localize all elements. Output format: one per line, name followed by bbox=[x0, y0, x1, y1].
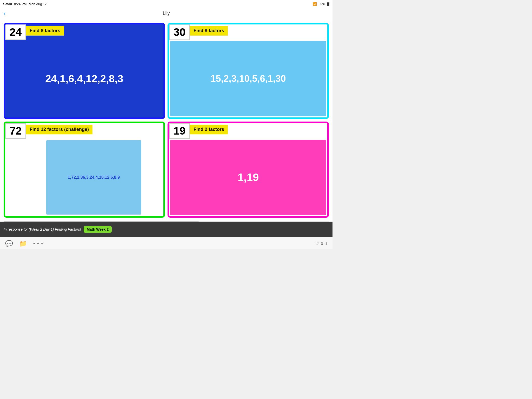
number-19: 19 bbox=[174, 125, 186, 137]
card-header-72: 72 Find 12 factors (challenge) bbox=[5, 123, 163, 139]
battery-icon: ▓ bbox=[327, 2, 329, 6]
answer-text-30: 15,2,3,10,5,6,1,30 bbox=[210, 73, 286, 84]
back-button[interactable]: ‹ bbox=[4, 10, 5, 17]
answer-area-19: 1,19 bbox=[170, 140, 326, 215]
card-grid: 24 Find 8 factors 24,1,6,4,12,2,8,3 30 F… bbox=[0, 19, 332, 221]
number-box-24: 24 bbox=[5, 24, 26, 40]
toolbar: 💬 📁 • • • ♡ 0 1 bbox=[0, 237, 332, 249]
answer-area-72: 1,72,2,36,3,24,4,18,12,6,8,9 bbox=[46, 140, 141, 215]
wifi-icon: 📶 bbox=[313, 2, 317, 6]
task-label-19: Find 2 factors bbox=[190, 125, 228, 134]
comment-icon[interactable]: 💬 bbox=[5, 240, 13, 247]
more-icon[interactable]: • • • bbox=[33, 241, 43, 246]
number-24: 24 bbox=[10, 26, 22, 38]
card-72: 72 Find 12 factors (challenge) 1,72,2,36… bbox=[4, 122, 165, 218]
bottom-bar: In response to: (Week 2 Day 1) Finding F… bbox=[0, 222, 332, 237]
status-left: Safari 8:24 PM Mon Aug 17 bbox=[3, 2, 47, 6]
number-72: 72 bbox=[10, 125, 22, 137]
date-label: Mon Aug 17 bbox=[29, 2, 46, 6]
status-bar: Safari 8:24 PM Mon Aug 17 📶 89% ▓ bbox=[0, 0, 332, 8]
answer-area-30: 15,2,3,10,5,6,1,30 bbox=[170, 41, 326, 116]
time-label: 8:24 PM bbox=[14, 2, 26, 6]
toolbar-left: 💬 📁 • • • bbox=[5, 240, 43, 247]
toolbar-right: ♡ 0 1 bbox=[315, 241, 327, 246]
heart-icon[interactable]: ♡ bbox=[315, 241, 319, 246]
folder-icon[interactable]: 📁 bbox=[19, 240, 27, 247]
status-right: 📶 89% ▓ bbox=[313, 2, 329, 6]
card-24: 24 Find 8 factors 24,1,6,4,12,2,8,3 bbox=[4, 23, 165, 119]
answer-text-19: 1,19 bbox=[238, 171, 259, 184]
answer-text-24: 24,1,6,4,12,2,8,3 bbox=[45, 73, 123, 85]
number-30: 30 bbox=[174, 26, 186, 38]
card-19: 19 Find 2 factors 1,19 bbox=[168, 122, 329, 218]
comment-count: 1 bbox=[325, 241, 327, 246]
nav-bar: ‹ Lily bbox=[0, 8, 332, 19]
bottom-bar-text: In response to: (Week 2 Day 1) Finding F… bbox=[4, 227, 81, 231]
number-box-72: 72 bbox=[5, 123, 26, 139]
card-30: 30 Find 8 factors 15,2,3,10,5,6,1,30 bbox=[168, 23, 329, 119]
card-header-19: 19 Find 2 factors bbox=[169, 123, 327, 139]
task-label-24: Find 8 factors bbox=[26, 26, 64, 36]
nav-title: Lily bbox=[163, 11, 170, 16]
task-label-72: Find 12 factors (challenge) bbox=[26, 125, 92, 134]
card-header-24: 24 Find 8 factors bbox=[5, 24, 163, 40]
number-box-19: 19 bbox=[169, 123, 190, 139]
answer-text-72: 1,72,2,36,3,24,4,18,12,6,8,9 bbox=[68, 175, 120, 180]
math-week-tag[interactable]: Math Week 2 bbox=[84, 226, 112, 233]
battery-label: 89% bbox=[318, 2, 325, 6]
answer-area-24: 24,1,6,4,12,2,8,3 bbox=[7, 42, 162, 116]
like-count: 0 bbox=[321, 241, 323, 246]
card-header-30: 30 Find 8 factors bbox=[169, 24, 327, 40]
browser-label: Safari bbox=[3, 2, 12, 6]
task-label-30: Find 8 factors bbox=[190, 26, 228, 36]
number-box-30: 30 bbox=[169, 24, 190, 40]
